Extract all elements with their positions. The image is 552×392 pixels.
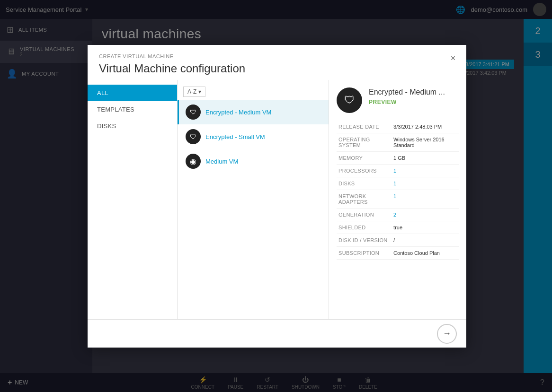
table-row: OPERATING SYSTEM Windows Server 2016 Sta… (337, 133, 459, 152)
detail-shield-icon: 🛡 (337, 87, 362, 113)
label-disk-id: DISK ID / VERSION (337, 234, 392, 247)
label-subscription: SUBSCRIPTION (337, 247, 392, 260)
table-row: DISKS 1 (337, 177, 459, 190)
modal-title: Virtual Machine configuration (99, 62, 455, 75)
detail-title-group: Encrypted - Medium ... PREVIEW (369, 87, 445, 105)
table-row: SUBSCRIPTION Contoso Cloud Plan (337, 247, 459, 260)
modal-body: ALL TEMPLATES DISKS A-Z ▾ 🛡 Encrypted - … (88, 80, 466, 319)
label-processors: PROCESSORS (337, 165, 392, 177)
modal-footer: → (88, 319, 466, 348)
close-button[interactable]: × (447, 52, 459, 64)
list-item-encrypted-medium[interactable]: 🛡 Encrypted - Medium VM (178, 100, 329, 124)
vm-detail-panel: 🛡 Encrypted - Medium ... PREVIEW RELEASE… (329, 80, 466, 319)
label-network-adapters: NETWORK ADAPTERS (337, 190, 392, 209)
label-memory: MEMORY (337, 152, 392, 165)
label-os: OPERATING SYSTEM (337, 133, 392, 152)
modal-header: CREATE VIRTUAL MACHINE Virtual Machine c… (88, 45, 466, 80)
detail-table: RELEASE DATE 3/3/2017 2:48:03 PM OPERATI… (337, 121, 459, 260)
next-button[interactable]: → (437, 324, 457, 344)
shield-icon-2: 🛡 (186, 129, 201, 144)
label-generation: GENERATION (337, 209, 392, 221)
label-shielded: SHIELDED (337, 221, 392, 234)
nav-item-templates[interactable]: TEMPLATES (88, 101, 177, 118)
value-shielded: true (392, 221, 459, 234)
table-row: SHIELDED true (337, 221, 459, 234)
item-name-medium: Medium VM (205, 158, 238, 165)
disk-icon: ◉ (186, 154, 201, 169)
modal-nav: ALL TEMPLATES DISKS (88, 80, 178, 319)
value-disk-id: / (392, 234, 459, 247)
item-name-encrypted-medium: Encrypted - Medium VM (205, 109, 271, 116)
sort-dropdown[interactable]: A-Z ▾ (183, 87, 205, 97)
table-row: PROCESSORS 1 (337, 165, 459, 177)
table-row: NETWORK ADAPTERS 1 (337, 190, 459, 209)
label-disks: DISKS (337, 177, 392, 190)
table-row: DISK ID / VERSION / (337, 234, 459, 247)
value-generation: 2 (392, 209, 459, 221)
detail-header: 🛡 Encrypted - Medium ... PREVIEW (337, 87, 459, 113)
vm-list: A-Z ▾ 🛡 Encrypted - Medium VM 🛡 Encrypte… (178, 80, 329, 319)
table-row: RELEASE DATE 3/3/2017 2:48:03 PM (337, 121, 459, 133)
list-item-encrypted-small[interactable]: 🛡 Encrypted - Small VM (178, 124, 329, 149)
sort-label: A-Z (187, 88, 196, 95)
item-name-encrypted-small: Encrypted - Small VM (205, 133, 265, 140)
list-item-medium[interactable]: ◉ Medium VM (178, 149, 329, 174)
value-release-date: 3/3/2017 2:48:03 PM (392, 121, 459, 133)
value-network-adapters: 1 (392, 190, 459, 209)
shield-icon-1: 🛡 (186, 105, 201, 120)
list-toolbar: A-Z ▾ (178, 84, 329, 100)
detail-badge: PREVIEW (369, 99, 445, 105)
modal-subtitle: CREATE VIRTUAL MACHINE (99, 53, 455, 59)
nav-item-disks[interactable]: DISKS (88, 118, 177, 134)
table-row: GENERATION 2 (337, 209, 459, 221)
label-release-date: RELEASE DATE (337, 121, 392, 133)
value-os: Windows Server 2016 Standard (392, 133, 459, 152)
table-row: MEMORY 1 GB (337, 152, 459, 165)
chevron-down-icon: ▾ (198, 88, 201, 95)
value-memory: 1 GB (392, 152, 459, 165)
value-processors: 1 (392, 165, 459, 177)
detail-title: Encrypted - Medium ... (369, 87, 445, 97)
value-disks: 1 (392, 177, 459, 190)
create-vm-modal: CREATE VIRTUAL MACHINE Virtual Machine c… (88, 45, 466, 348)
nav-item-all[interactable]: ALL (88, 85, 177, 101)
value-subscription: Contoso Cloud Plan (392, 247, 459, 260)
